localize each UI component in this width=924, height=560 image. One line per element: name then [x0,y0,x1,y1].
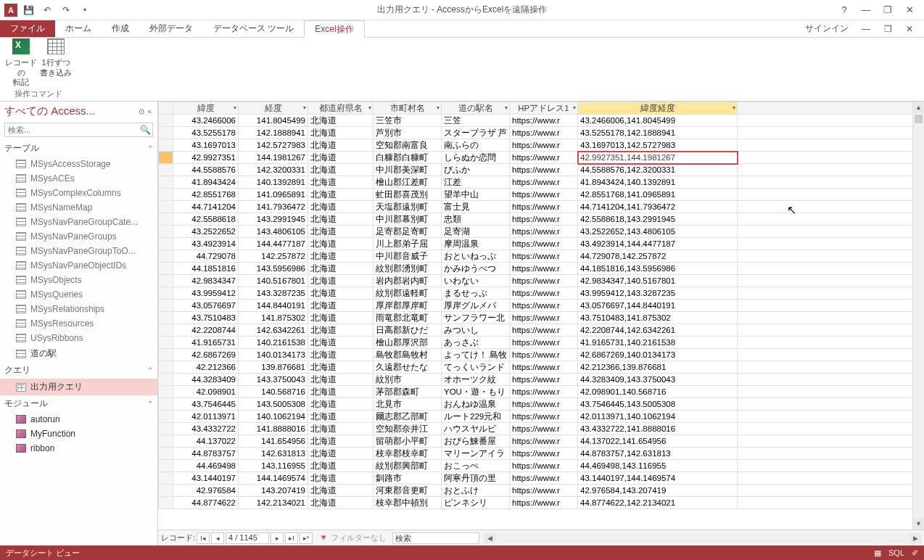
redo-icon[interactable]: ↷ [58,2,74,18]
table-row[interactable]: 44.8783757142.631813北海道枝幸郡枝幸町マリーンアイラhttp… [159,448,924,460]
table-row[interactable]: 42.0113971140.1062194北海道爾志郡乙部町ルート229元和ht… [159,411,924,423]
cell-station[interactable]: 足寄湖 [442,226,510,238]
table-row[interactable]: 44.5588576142.3200331北海道中川郡美深町びふかhttps:/… [159,164,924,176]
cell-station[interactable]: おこっぺ [442,460,510,472]
cell-station[interactable]: 望羊中山 [442,189,510,201]
cell-url[interactable]: https://www.r [510,411,578,423]
cell-lng[interactable]: 141.875302 [239,312,308,324]
cell-city[interactable]: 三笠市 [374,115,442,127]
help-icon[interactable]: ? [834,2,854,18]
row-selector[interactable] [159,497,173,509]
table-row[interactable]: 44.7141204141.7936472北海道天塩郡遠別町富士見https:/… [159,201,924,213]
cell-latlng[interactable]: 44.469498,143.116955 [578,460,738,472]
cell-station[interactable]: 三笠 [442,115,510,127]
table-row[interactable]: 44.729078142.257872北海道中川郡音威子おといねっぷhttps:… [159,250,924,263]
row-selector[interactable] [159,349,173,361]
cell-pref[interactable]: 北海道 [308,411,374,423]
cell-lng[interactable]: 140.1392891 [239,176,308,189]
row-selector-header[interactable] [159,102,173,115]
cell-pref[interactable]: 北海道 [308,435,374,448]
column-header[interactable]: 緯度▾ [173,102,239,115]
row-selector[interactable] [159,250,173,263]
cell-city[interactable]: 紋別郡興部町 [374,460,442,472]
cell-station[interactable]: あっさぶ [442,337,510,349]
row-selector[interactable] [159,164,173,176]
cell-pref[interactable]: 北海道 [308,238,374,250]
cell-station[interactable]: 江差 [442,176,510,189]
scroll-up-icon[interactable]: ▲ [913,102,924,113]
scroll-down-icon[interactable]: ▼ [913,518,924,530]
cell-pref[interactable]: 北海道 [308,164,374,176]
cell-latlng[interactable]: 42.2208744,142.6342261 [578,324,738,337]
cell-url[interactable]: https://www.r [510,472,578,485]
cell-url[interactable]: https://www.r [510,127,578,139]
cell-lng[interactable]: 143.116955 [239,460,308,472]
cell-station[interactable]: 富士見 [442,201,510,213]
row-selector[interactable] [159,226,173,238]
cell-url[interactable]: https://www.r [510,435,578,448]
column-dropdown-icon[interactable]: ▾ [437,104,440,111]
cell-city[interactable]: 中川郡美深町 [374,164,442,176]
cell-lng[interactable]: 143.4806105 [239,226,308,238]
cell-latlng[interactable]: 42.5588618,143.2991945 [578,213,738,226]
table-row[interactable]: 42.6867269140.0134173北海道島牧郡島牧村よってけ！ 島牧ht… [159,349,924,361]
cell-lng[interactable]: 140.1062194 [239,411,308,423]
cell-city[interactable]: 檜山郡江差町 [374,176,442,189]
new-record-button[interactable]: ▸* [300,532,313,544]
row-selector[interactable] [159,337,173,349]
cell-lat[interactable]: 42.9834347 [173,275,239,287]
nav-search-input[interactable] [5,125,138,134]
table-row[interactable]: 43.5255178142.1888941北海道芦別市スタープラザ 芦https… [159,127,924,139]
cell-lat[interactable]: 44.729078 [173,250,239,263]
row-selector[interactable] [159,189,173,201]
cell-latlng[interactable]: 44.7141204,141.7936472 [578,201,738,213]
cell-city[interactable]: 中川郡音威子 [374,250,442,263]
cell-station[interactable]: かみゆうべつ [442,263,510,275]
nav-table-item[interactable]: MSysAccessStorage [0,157,157,171]
cell-lat[interactable]: 42.8551768 [173,189,239,201]
restore-icon[interactable]: ❐ [878,2,898,18]
cell-city[interactable]: 枝幸郡枝幸町 [374,448,442,460]
nav-table-item[interactable]: USysRibbons [0,331,157,345]
row-selector[interactable] [159,472,173,485]
cell-pref[interactable]: 北海道 [308,189,374,201]
cell-city[interactable]: 岩内郡岩内町 [374,275,442,287]
cell-lng[interactable]: 140.5167801 [239,275,308,287]
column-dropdown-icon[interactable]: ▾ [573,104,576,111]
last-record-button[interactable]: ▸I [285,532,298,544]
cell-url[interactable]: https://www.r [510,250,578,263]
table-row[interactable]: 43.4332722141.8888016北海道空知郡奈井江ハウスヤルビhttp… [159,423,924,435]
cell-lat[interactable]: 43.7546445 [173,398,239,411]
cell-station[interactable]: ピンネシリ [442,497,510,509]
cell-city[interactable]: 留萌郡小平町 [374,435,442,448]
row-selector[interactable] [159,201,173,213]
cell-latlng[interactable]: 41.8943424,140.1392891 [578,176,738,189]
cell-lat[interactable]: 43.2466006 [173,115,239,127]
cell-latlng[interactable]: 44.5588576,142.3200331 [578,164,738,176]
cell-station[interactable]: おとふけ [442,485,510,497]
doc-close-icon[interactable]: ✕ [899,21,920,37]
cell-lng[interactable]: 142.1888941 [239,127,308,139]
cell-latlng[interactable]: 43.7510483,141.875302 [578,312,738,324]
cell-url[interactable]: https://www.r [510,337,578,349]
cell-lat[interactable]: 43.9959412 [173,287,239,300]
btn-record-transcribe[interactable]: レコードの転記 [4,33,38,87]
undo-icon[interactable]: ↶ [39,2,55,18]
cell-url[interactable]: https://www.r [510,176,578,189]
datasheet-view-icon[interactable]: ▦ [874,548,881,558]
cell-lat[interactable]: 43.5255178 [173,127,239,139]
cell-station[interactable]: マリーンアイラ [442,448,510,460]
cell-city[interactable]: 空知郡南富良 [374,139,442,152]
nav-table-item[interactable]: MSysResources [0,316,157,331]
circle-dropdown-icon[interactable]: ⊙ [137,107,146,115]
column-header[interactable]: 都道府県名▾ [308,102,374,115]
cell-station[interactable]: おんねゆ温泉 [442,398,510,411]
cell-pref[interactable]: 北海道 [308,152,374,164]
cell-pref[interactable]: 北海道 [308,361,374,374]
table-row[interactable]: 43.1697013142.5727983北海道空知郡南富良南ふらのhttps:… [159,139,924,152]
cell-latlng[interactable]: 41.9165731,140.2161538 [578,337,738,349]
cell-latlng[interactable]: 44.1851816,143.5956986 [578,263,738,275]
column-dropdown-icon[interactable]: ▾ [733,104,735,111]
cell-station[interactable]: びふか [442,164,510,176]
cell-lng[interactable]: 141.654956 [239,435,308,448]
